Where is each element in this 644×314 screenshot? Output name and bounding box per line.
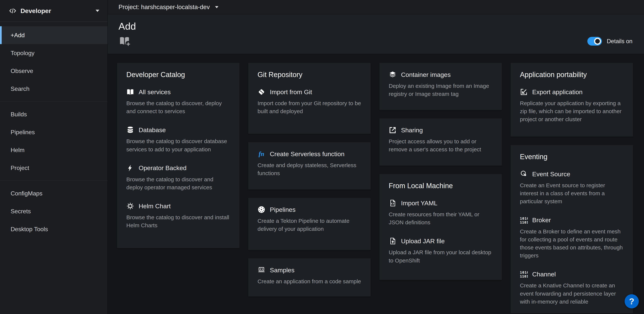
sidebar-item-observe[interactable]: Observe xyxy=(0,62,108,80)
card-samples: SamplesCreate an application from a code… xyxy=(248,258,371,297)
page-title: Add xyxy=(118,21,633,32)
details-toggle[interactable] xyxy=(587,37,602,46)
page-header: Add Details on xyxy=(108,14,644,54)
item-label: Channel xyxy=(532,271,556,278)
item-create-serverless-function: fnCreate Serverless functionCreate and d… xyxy=(258,150,361,177)
sidebar-item-pipelines[interactable]: Pipelines xyxy=(0,123,108,141)
pipelines-link[interactable]: Pipelines xyxy=(258,206,361,214)
item-description: Browse the catalog to discover, deploy a… xyxy=(126,99,230,115)
item-pipelines: PipelinesCreate a Tekton Pipeline to aut… xyxy=(258,206,361,233)
sidebar-item-label: Search xyxy=(10,85,30,92)
item-description: Browse the catalog to discover and deplo… xyxy=(126,175,230,191)
create-serverless-function-link[interactable]: fnCreate Serverless function xyxy=(258,150,361,158)
container-images-link[interactable]: Container images xyxy=(389,71,492,78)
channel-link[interactable]: 101011011Channel xyxy=(520,270,624,278)
item-import-yaml: Import YAMLCreate resources from their Y… xyxy=(389,199,492,226)
sidebar-item-label: Project xyxy=(10,165,29,171)
broker-link[interactable]: 101011011Broker xyxy=(520,216,624,224)
sidebar-item-secrets[interactable]: Secrets xyxy=(0,202,108,220)
sidebar-group: +AddTopologyObserveSearch xyxy=(0,25,108,101)
help-button[interactable]: ? xyxy=(624,294,639,309)
item-samples: SamplesCreate an application from a code… xyxy=(258,266,361,285)
item-description: Create an application from a code sample xyxy=(258,277,361,285)
sidebar-group: ConfigMapsSecretsDesktop Tools xyxy=(0,181,108,242)
item-broker: 101011011BrokerCreate a Broker to define… xyxy=(520,216,624,260)
database-icon xyxy=(126,126,134,134)
container-images-icon xyxy=(389,71,396,78)
sidebar-item-builds[interactable]: Builds xyxy=(0,105,108,123)
svg-text:11011: 11011 xyxy=(520,274,528,278)
card-title: Application portability xyxy=(520,71,624,79)
item-description: Deploy an existing Image from an Image r… xyxy=(389,82,492,98)
card-column: Application portabilityExport applicatio… xyxy=(510,63,633,314)
item-description: Replicate your application by exporting … xyxy=(520,99,624,123)
svg-text:11011: 11011 xyxy=(520,220,528,224)
item-description: Upload a JAR file from your local deskto… xyxy=(389,248,492,264)
svg-text:1010: 1010 xyxy=(520,216,528,220)
sidebar-item-configmaps[interactable]: ConfigMaps xyxy=(0,184,108,202)
bolt-icon xyxy=(126,164,134,172)
item-all-services: All servicesBrowse the catalog to discov… xyxy=(126,88,230,115)
event-source-icon xyxy=(520,170,528,178)
item-description: Create a Tekton Pipeline to automate del… xyxy=(258,217,361,233)
pipelines-icon xyxy=(258,206,265,214)
item-label: Upload JAR file xyxy=(401,238,444,245)
sidebar-item-label: Topology xyxy=(10,50,34,57)
helm-chart-link[interactable]: Helm Chart xyxy=(126,202,230,210)
sidebar-item-project[interactable]: Project xyxy=(0,159,108,177)
operator-backed-link[interactable]: Operator Backed xyxy=(126,164,230,172)
details-toggle-group: Details on xyxy=(587,37,632,46)
card-title: Eventing xyxy=(520,153,624,161)
sidebar-item-search[interactable]: Search xyxy=(0,80,108,98)
card-git-repository: Git RepositoryImport from GitImport code… xyxy=(248,63,371,134)
item-description: Browse the catalog to discover and insta… xyxy=(126,213,230,229)
sidebar-item-topology[interactable]: Topology xyxy=(0,44,108,62)
sidebar-item-label: Observe xyxy=(10,67,33,74)
item-label: Database xyxy=(139,126,166,134)
event-source-link[interactable]: Event Source xyxy=(520,170,624,178)
item-container-images: Container imagesDeploy an existing Image… xyxy=(389,71,492,98)
sharing-link[interactable]: Sharing xyxy=(389,126,492,134)
export-application-link[interactable]: Export application xyxy=(520,88,624,96)
item-description: Import code from your Git repository to … xyxy=(258,99,361,115)
import-from-git-link[interactable]: Import from Git xyxy=(258,88,361,96)
project-dropdown[interactable]: Project: harshcasper-localsta-dev xyxy=(118,3,218,10)
item-description: Create resources from their YAML or JSON… xyxy=(389,210,492,226)
card-eventing: EventingEvent SourceCreate an Event sour… xyxy=(510,145,633,314)
perspective-switcher[interactable]: Developer xyxy=(0,0,108,22)
item-sharing: SharingProject access allows you to add … xyxy=(389,126,492,153)
card-column: Container imagesDeploy an existing Image… xyxy=(380,63,502,280)
card-title: Git Repository xyxy=(258,71,361,79)
item-label: All services xyxy=(139,88,171,96)
import-yaml-icon xyxy=(389,199,396,207)
sidebar-group: BuildsPipelinesHelmProject xyxy=(0,101,108,181)
sidebar-item-label: Pipelines xyxy=(10,129,35,136)
sidebar-item-add[interactable]: +Add xyxy=(0,26,108,44)
import-yaml-link[interactable]: Import YAML xyxy=(389,199,492,207)
upload-jar-file-link[interactable]: Upload JAR file xyxy=(389,237,492,245)
database-link[interactable]: Database xyxy=(126,126,230,134)
project-toolbar: Project: harshcasper-localsta-dev xyxy=(108,0,644,14)
all-services-link[interactable]: All services xyxy=(126,88,230,96)
card-application-portability: Application portabilityExport applicatio… xyxy=(510,63,633,137)
item-label: Import from Git xyxy=(270,88,312,96)
item-label: Samples xyxy=(270,267,294,274)
card-developer-catalog: Developer CatalogAll servicesBrowse the … xyxy=(117,63,240,248)
sidebar-item-label: ConfigMaps xyxy=(10,190,42,197)
sidebar-item-helm[interactable]: Helm xyxy=(0,141,108,159)
card-column: Developer CatalogAll servicesBrowse the … xyxy=(117,63,240,248)
item-label: Create Serverless function xyxy=(270,150,344,158)
samples-link[interactable]: Samples xyxy=(258,266,361,274)
broker-icon: 101011011 xyxy=(520,216,528,224)
card-title: From Local Machine xyxy=(389,182,492,190)
open-book-icon xyxy=(126,88,134,96)
main-area: Project: harshcasper-localsta-dev Add De… xyxy=(108,0,644,314)
item-upload-jar-file: Upload JAR fileUpload a JAR file from yo… xyxy=(389,237,492,264)
item-event-source: Event SourceCreate an Event source to re… xyxy=(520,170,624,206)
project-dropdown-label: Project: harshcasper-localsta-dev xyxy=(118,3,210,10)
sidebar-item-desktop-tools[interactable]: Desktop Tools xyxy=(0,220,108,238)
quick-starts-book-plus-icon[interactable] xyxy=(118,35,131,46)
serverless-fn-icon: fn xyxy=(258,150,265,158)
item-label: Broker xyxy=(532,217,551,224)
item-description: Browse the catalog to discover database … xyxy=(126,137,230,153)
